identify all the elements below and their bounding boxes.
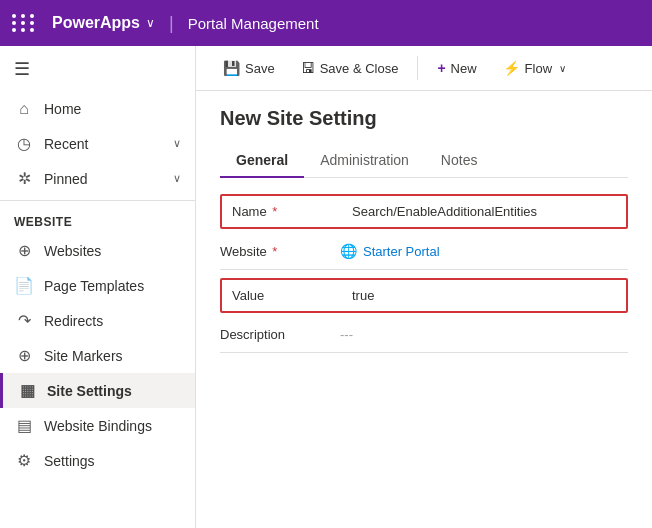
websites-icon: ⊕ (14, 241, 34, 260)
sidebar-item-pinned[interactable]: ✲ Pinned ∨ (0, 161, 195, 196)
field-value-value[interactable]: true (352, 288, 616, 303)
field-label-name: Name * (232, 204, 352, 219)
new-button[interactable]: + New (426, 54, 487, 82)
main-layout: ☰ ⌂ Home ◷ Recent ∨ ✲ Pinned ∨ Website ⊕… (0, 46, 652, 528)
website-bindings-icon: ▤ (14, 416, 34, 435)
save-icon: 💾 (223, 60, 240, 76)
field-label-website: Website * (220, 244, 340, 259)
sidebar-websites-label: Websites (44, 243, 101, 259)
field-row-website: Website * 🌐 Starter Portal (220, 233, 628, 270)
field-value-website[interactable]: 🌐 Starter Portal (340, 243, 628, 259)
field-row-value: Value true (220, 278, 628, 313)
sidebar-site-settings-label: Site Settings (47, 383, 132, 399)
sidebar-item-home[interactable]: ⌂ Home (0, 92, 195, 126)
sidebar-item-recent[interactable]: ◷ Recent ∨ (0, 126, 195, 161)
sidebar-settings-label: Settings (44, 453, 95, 469)
new-icon: + (437, 60, 445, 76)
top-bar-separator: | (169, 13, 174, 34)
sidebar-pinned-label: Pinned (44, 171, 88, 187)
sidebar-item-websites[interactable]: ⊕ Websites (0, 233, 195, 268)
flow-label: Flow (525, 61, 552, 76)
globe-icon: 🌐 (340, 243, 357, 259)
sidebar-home-label: Home (44, 101, 81, 117)
sidebar-item-site-markers[interactable]: ⊕ Site Markers (0, 338, 195, 373)
required-indicator: * (269, 204, 278, 219)
pin-icon: ✲ (14, 169, 34, 188)
save-label: Save (245, 61, 275, 76)
tabs: General Administration Notes (220, 144, 628, 178)
save-button[interactable]: 💾 Save (212, 54, 286, 82)
settings-icon: ⚙ (14, 451, 34, 470)
sidebar-redirects-label: Redirects (44, 313, 103, 329)
content-area: 💾 Save 🖫 Save & Close + New ⚡ Flow ∨ New… (196, 46, 652, 528)
field-row-description: Description --- (220, 317, 628, 353)
top-bar: PowerApps ∨ | Portal Management (0, 0, 652, 46)
flow-chevron-icon: ∨ (559, 63, 566, 74)
tab-notes[interactable]: Notes (425, 144, 494, 178)
flow-icon: ⚡ (503, 60, 520, 76)
app-name[interactable]: PowerApps (52, 14, 140, 32)
save-close-label: Save & Close (320, 61, 399, 76)
sidebar-recent-label: Recent (44, 136, 88, 152)
save-close-button[interactable]: 🖫 Save & Close (290, 54, 410, 82)
flow-button[interactable]: ⚡ Flow ∨ (492, 54, 577, 82)
sidebar-item-redirects[interactable]: ↷ Redirects (0, 303, 195, 338)
sidebar: ☰ ⌂ Home ◷ Recent ∨ ✲ Pinned ∨ Website ⊕… (0, 46, 196, 528)
recent-chevron-icon: ∨ (173, 137, 181, 150)
sidebar-website-bindings-label: Website Bindings (44, 418, 152, 434)
toolbar-separator (417, 56, 418, 80)
tab-general[interactable]: General (220, 144, 304, 178)
portal-title: Portal Management (188, 15, 319, 32)
field-label-value: Value (232, 288, 352, 303)
sidebar-item-site-settings[interactable]: ▦ Site Settings (0, 373, 195, 408)
form-area: New Site Setting General Administration … (196, 91, 652, 528)
required-indicator-website: * (269, 244, 278, 259)
hamburger-icon[interactable]: ☰ (0, 46, 195, 92)
field-label-description: Description (220, 327, 340, 342)
site-markers-icon: ⊕ (14, 346, 34, 365)
sidebar-site-markers-label: Site Markers (44, 348, 123, 364)
tab-administration[interactable]: Administration (304, 144, 425, 178)
form-title: New Site Setting (220, 107, 628, 130)
new-label: New (451, 61, 477, 76)
toolbar: 💾 Save 🖫 Save & Close + New ⚡ Flow ∨ (196, 46, 652, 91)
site-settings-icon: ▦ (17, 381, 37, 400)
sidebar-page-templates-label: Page Templates (44, 278, 144, 294)
home-icon: ⌂ (14, 100, 34, 118)
save-close-icon: 🖫 (301, 60, 315, 76)
field-value-name[interactable]: Search/EnableAdditionalEntities (352, 204, 616, 219)
sidebar-item-page-templates[interactable]: 📄 Page Templates (0, 268, 195, 303)
field-value-description[interactable]: --- (340, 327, 628, 342)
pinned-chevron-icon: ∨ (173, 172, 181, 185)
sidebar-item-settings[interactable]: ⚙ Settings (0, 443, 195, 478)
app-launcher-icon[interactable] (12, 14, 36, 32)
recent-icon: ◷ (14, 134, 34, 153)
page-templates-icon: 📄 (14, 276, 34, 295)
sidebar-section-website: Website (0, 205, 195, 233)
sidebar-item-website-bindings[interactable]: ▤ Website Bindings (0, 408, 195, 443)
field-row-name: Name * Search/EnableAdditionalEntities (220, 194, 628, 229)
redirects-icon: ↷ (14, 311, 34, 330)
sidebar-divider (0, 200, 195, 201)
app-chevron-icon[interactable]: ∨ (146, 16, 155, 30)
